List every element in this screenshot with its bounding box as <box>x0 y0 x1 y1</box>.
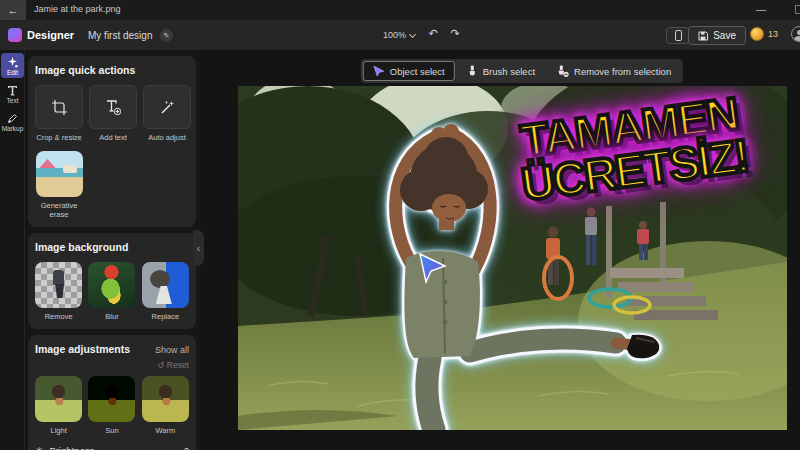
avatar[interactable] <box>791 26 800 42</box>
canvas-area[interactable]: Object select Brush select Remove from s… <box>200 50 800 450</box>
rail-tab-text[interactable]: Text <box>1 81 24 106</box>
maximize-button[interactable] <box>795 5 800 14</box>
add-text-label: Add text <box>99 133 127 142</box>
panel-collapse-button[interactable]: ‹ <box>193 230 204 266</box>
preset-sun-label: Sun <box>105 426 118 435</box>
window-titlebar: ← Jamie at the park.png — <box>0 0 800 20</box>
brush-minus-icon <box>557 65 569 77</box>
brightness-value: 0 <box>184 446 189 450</box>
preset-light-thumbnail[interactable] <box>35 376 82 422</box>
show-all-link[interactable]: Show all <box>155 345 189 355</box>
add-text-icon <box>106 100 121 115</box>
background-blur-thumbnail[interactable] <box>88 262 135 308</box>
selection-toolbar: Object select Brush select Remove from s… <box>361 59 683 83</box>
remove-from-selection-button[interactable]: Remove from selection <box>547 61 681 81</box>
edit-design-icon[interactable]: ✎ <box>160 29 173 42</box>
credit-count: 13 <box>768 29 778 39</box>
rail-tab-edit[interactable]: Edit <box>1 53 24 78</box>
section-image-quick-actions: Image quick actions Crop & resize <box>28 56 196 227</box>
auto-adjust-button[interactable] <box>143 85 191 129</box>
generative-erase-label: Generative erase <box>35 201 83 219</box>
app-name: Designer <box>27 29 74 41</box>
designer-logo-icon <box>8 28 22 42</box>
remove-from-selection-label: Remove from selection <box>574 66 671 77</box>
object-select-cursor-icon <box>373 65 385 77</box>
object-select-button[interactable]: Object select <box>363 61 455 81</box>
auto-adjust-label: Auto adjust <box>148 133 186 142</box>
left-rail: Edit Text Markup <box>0 50 25 450</box>
design-name[interactable]: My first design <box>88 30 152 41</box>
back-button[interactable]: ← <box>0 0 26 20</box>
redo-button[interactable]: ↷ <box>447 27 463 40</box>
minimize-button[interactable]: — <box>752 1 770 17</box>
section-title: Image quick actions <box>35 64 189 76</box>
background-remove-label: Remove <box>45 312 73 321</box>
save-icon <box>698 31 708 41</box>
object-select-label: Object select <box>390 66 445 77</box>
app-header: Designer My first design ✎ 100% ↶ ↷ Save… <box>0 20 800 50</box>
brush-select-label: Brush select <box>483 66 535 77</box>
coin-icon <box>750 27 764 41</box>
section-image-background: Image background Remove Blur Replace <box>28 233 196 329</box>
text-icon <box>7 84 18 96</box>
save-button[interactable]: Save <box>688 26 746 45</box>
brush-select-button[interactable]: Brush select <box>457 61 545 81</box>
brush-icon <box>467 65 478 77</box>
rail-tab-label: Edit <box>7 69 18 76</box>
pen-icon <box>7 112 18 124</box>
crop-icon <box>52 100 67 115</box>
zoom-value: 100% <box>383 30 406 40</box>
brightness-label: Brightness <box>50 445 95 450</box>
zoom-control[interactable]: 100% <box>383 30 415 40</box>
preset-light-label: Light <box>51 426 67 435</box>
undo-button[interactable]: ↶ <box>425 27 441 40</box>
background-remove-thumbnail[interactable] <box>35 262 82 308</box>
background-replace-label: Replace <box>152 312 180 321</box>
rail-tab-markup[interactable]: Markup <box>1 109 24 134</box>
reset-button[interactable]: ↺ Reset <box>35 360 189 370</box>
park-photo[interactable]: TAMAMEN ÜCRETSİZ! <box>238 86 787 430</box>
crop-resize-button[interactable] <box>35 85 83 129</box>
phone-icon <box>675 30 682 41</box>
section-image-adjustments: Image adjustments Show all ↺ Reset Light… <box>28 335 196 450</box>
generative-erase-thumbnail[interactable] <box>36 151 83 197</box>
preset-warm-label: Warm <box>155 426 175 435</box>
preset-sun-thumbnail[interactable] <box>88 376 135 422</box>
background-replace-thumbnail[interactable] <box>142 262 189 308</box>
credits-badge[interactable]: 13 <box>750 27 778 41</box>
section-title: Image adjustments <box>35 343 130 355</box>
save-label: Save <box>713 30 736 41</box>
chevron-down-icon <box>409 30 416 37</box>
add-text-button[interactable] <box>89 85 137 129</box>
reset-icon: ↺ <box>157 360 164 370</box>
mobile-preview-button[interactable] <box>666 27 690 44</box>
crop-resize-label: Crop & resize <box>36 133 81 142</box>
rail-tab-label: Text <box>7 97 19 104</box>
tab-title: Jamie at the park.png <box>34 4 121 14</box>
sparkle-wand-icon <box>7 56 18 68</box>
section-title: Image background <box>35 241 189 253</box>
brightness-icon: ☀ <box>35 445 44 450</box>
preset-warm-thumbnail[interactable] <box>142 376 189 422</box>
rail-tab-label: Markup <box>2 125 24 132</box>
background-blur-label: Blur <box>105 312 118 321</box>
reset-label: Reset <box>167 360 189 370</box>
edit-panel: Image quick actions Crop & resize <box>26 50 200 450</box>
magic-wand-icon <box>160 100 175 115</box>
